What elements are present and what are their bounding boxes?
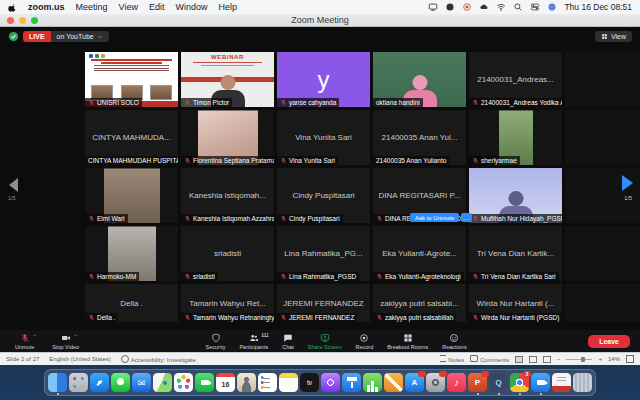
dock-apple-tv-icon[interactable]: tv bbox=[300, 373, 319, 392]
dock-finder-icon[interactable] bbox=[48, 373, 67, 392]
participant-tile[interactable]: UNISRI SOLO bbox=[85, 52, 178, 107]
toolbar-reactions-button[interactable]: Reactions bbox=[437, 333, 471, 350]
dock-powerpoint-icon[interactable]: P bbox=[468, 373, 487, 392]
zoom-slider-knob[interactable] bbox=[581, 357, 585, 362]
toolbar-security-button[interactable]: Security bbox=[201, 333, 231, 350]
control-center-icon[interactable] bbox=[530, 2, 540, 12]
caret-icon[interactable] bbox=[32, 333, 37, 338]
zoom-in-button[interactable]: + bbox=[598, 356, 602, 362]
dock-quicktime-icon[interactable]: Q bbox=[489, 373, 508, 392]
dock-mail-icon[interactable]: ✉ bbox=[132, 373, 151, 392]
participant-tile[interactable]: sriadistisriadisti bbox=[181, 226, 274, 281]
dock-chrome-icon[interactable]: 2 bbox=[510, 373, 529, 392]
apple-menu-icon[interactable] bbox=[8, 2, 17, 12]
dock-facetime-icon[interactable] bbox=[195, 373, 214, 392]
participant-tile[interactable]: CINTYA MAHMUDA...CINTYA MAHMUDAH PUSPITA… bbox=[85, 110, 178, 165]
dock-trash-icon[interactable] bbox=[573, 373, 592, 392]
participant-tile[interactable]: 21400031_Andreas...21400031_Andreas Yodi… bbox=[469, 52, 562, 107]
participant-tile[interactable]: 21400035 Anan Yul...21400035 Anan Yulian… bbox=[373, 110, 466, 165]
slide-sorter-view-button[interactable] bbox=[529, 356, 537, 363]
participant-tile[interactable]: Cindy PuspitasariCindy Puspitasari bbox=[277, 168, 370, 223]
dock-app-store-icon[interactable]: A bbox=[405, 373, 424, 392]
dock-maps-icon[interactable] bbox=[153, 373, 172, 392]
participant-tile[interactable]: Fiorentina Septiana Pratama bbox=[181, 110, 274, 165]
more-options-button[interactable]: ... bbox=[461, 213, 472, 222]
dock-zoom-icon[interactable] bbox=[531, 373, 550, 392]
slideshow-view-button[interactable] bbox=[543, 356, 551, 363]
menu-item-zoom-us[interactable]: zoom.us bbox=[28, 2, 65, 12]
participant-tile[interactable]: Harmoko-MM bbox=[85, 226, 178, 281]
previous-page-arrow[interactable] bbox=[9, 178, 18, 192]
menu-item-meeting[interactable]: Meeting bbox=[76, 2, 108, 12]
menu-item-help[interactable]: Help bbox=[218, 2, 237, 12]
participant-tile[interactable]: oktiana handini bbox=[373, 52, 466, 107]
cloud-icon[interactable] bbox=[479, 2, 489, 12]
dock-numbers-icon[interactable] bbox=[363, 373, 382, 392]
dock-system-preferences-icon[interactable] bbox=[426, 373, 445, 392]
toolbar-share-screen-button[interactable]: Share Screen bbox=[303, 333, 347, 350]
participant-tile[interactable]: Kaneshia Istiqomah...Kaneshia Istiqomah … bbox=[181, 168, 274, 223]
live-stream-indicator[interactable]: LIVE on YouTube bbox=[23, 31, 109, 42]
participant-tile[interactable]: Eka Yulianti-Agrote...Eka Yulianti-Agrot… bbox=[373, 226, 466, 281]
participant-tile[interactable]: Lina Rahmatika_PG...Lina Rahmatika_PGSD bbox=[277, 226, 370, 281]
participant-tile[interactable]: Muflihah Nur Hidayah_PGSD bbox=[469, 168, 562, 223]
dock-installer-icon[interactable] bbox=[552, 373, 571, 392]
dock-photos-icon[interactable] bbox=[174, 373, 193, 392]
toolbar-participants-button[interactable]: 111Participants bbox=[234, 333, 273, 350]
dock-keynote-icon[interactable] bbox=[342, 373, 361, 392]
participant-tile[interactable]: Wirda Nur Hartanti (...Wirda Nur Hartant… bbox=[469, 284, 562, 322]
participant-tile[interactable]: zakiyya putri salsabi...zakiyya putri sa… bbox=[373, 284, 466, 322]
toolbar-record-button[interactable]: Record bbox=[350, 333, 378, 350]
caret-icon[interactable] bbox=[73, 333, 78, 338]
live-platform[interactable]: on YouTube bbox=[51, 31, 109, 42]
menu-item-window[interactable]: Window bbox=[175, 2, 207, 12]
zoom-percentage[interactable]: 14% bbox=[608, 356, 620, 362]
participant-tile[interactable]: Vina Yunita SariVina Yunita Sari bbox=[277, 110, 370, 165]
comments-button[interactable]: Comments bbox=[470, 355, 509, 363]
dock-contacts-icon[interactable] bbox=[237, 373, 256, 392]
participant-tile[interactable]: Della .Della . bbox=[85, 284, 178, 322]
notes-button[interactable]: Notes bbox=[440, 355, 464, 363]
participant-tile[interactable]: JEREMI FERNANDEZJEREMI FERNANDEZ bbox=[277, 284, 370, 322]
toolbar-breakout-rooms-button[interactable]: Breakout Rooms bbox=[382, 333, 433, 350]
dock-messages-icon[interactable] bbox=[111, 373, 130, 392]
do-not-disturb-icon[interactable] bbox=[445, 2, 455, 12]
participant-tile[interactable]: yyanse cahyanda bbox=[277, 52, 370, 107]
ask-to-unmute-button[interactable]: Ask to Unmute bbox=[410, 213, 459, 222]
dock-notes-icon[interactable] bbox=[279, 373, 298, 392]
dock-podcasts-icon[interactable] bbox=[321, 373, 340, 392]
view-button[interactable]: View bbox=[595, 31, 632, 42]
wifi-icon[interactable] bbox=[496, 2, 506, 12]
display-mirroring-icon[interactable] bbox=[428, 2, 438, 12]
participant-tile[interactable]: Elmi Wari bbox=[85, 168, 178, 223]
dock-reminders-icon[interactable] bbox=[258, 373, 277, 392]
menubar-clock[interactable]: Thu 16 Dec 08:51 bbox=[564, 2, 632, 12]
normal-view-button[interactable] bbox=[515, 356, 523, 363]
participant-tile[interactable]: Tamarin Wahyu Ret...Tamarin Wahyu Retnan… bbox=[181, 284, 274, 322]
leave-button[interactable]: Leave bbox=[588, 335, 630, 348]
dock-music-icon[interactable]: ♪ bbox=[447, 373, 466, 392]
toolbar-chat-button[interactable]: Chat bbox=[277, 333, 299, 350]
participant-tile[interactable]: Tri Vena Dian Kartik...Tri Vena Dian Kar… bbox=[469, 226, 562, 281]
next-page-arrow[interactable] bbox=[622, 175, 633, 191]
zoom-slider[interactable] bbox=[566, 359, 592, 360]
participant-tile[interactable]: WEBINARTimon Pictor bbox=[181, 52, 274, 107]
dock-launchpad-icon[interactable] bbox=[69, 373, 88, 392]
language-status[interactable]: English (United States) bbox=[49, 356, 110, 362]
siri-icon[interactable] bbox=[547, 2, 557, 12]
dock-pages-icon[interactable] bbox=[384, 373, 403, 392]
spotlight-search-icon[interactable] bbox=[513, 2, 523, 12]
screen-recording-icon[interactable] bbox=[462, 2, 472, 12]
muted-mic-icon bbox=[472, 215, 479, 222]
dock-calendar-icon[interactable]: 16 bbox=[216, 373, 235, 392]
accessibility-status[interactable]: Accessibility: Investigate bbox=[121, 355, 196, 363]
dock-safari-icon[interactable] bbox=[90, 373, 109, 392]
participant-name-label: Wirda Nur Hartanti (PGSD) bbox=[469, 313, 562, 322]
menu-item-view[interactable]: View bbox=[119, 2, 138, 12]
toolbar-unmute-button[interactable]: Unmute bbox=[10, 333, 39, 350]
menu-item-edit[interactable]: Edit bbox=[149, 2, 165, 12]
toolbar-stop-video-button[interactable]: Stop Video bbox=[47, 333, 84, 350]
participant-tile[interactable]: sherlyarmae bbox=[469, 110, 562, 165]
fit-to-window-icon[interactable] bbox=[626, 355, 634, 363]
zoom-out-button[interactable]: − bbox=[557, 356, 561, 362]
